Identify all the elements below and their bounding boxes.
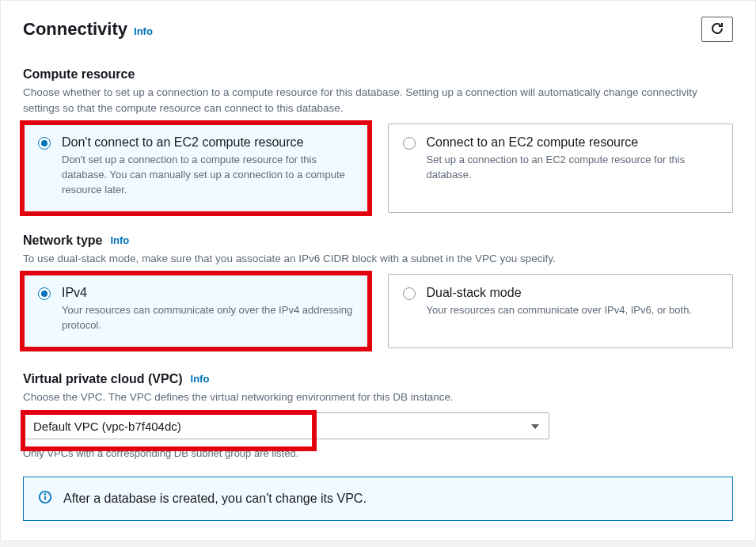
compute-opt2-sub: Set up a connection to an EC2 compute re…: [427, 153, 719, 183]
refresh-icon: [711, 22, 724, 37]
connectivity-info-link[interactable]: Info: [134, 25, 153, 37]
network-heading-wrap: Network type Info: [23, 234, 733, 248]
network-info-link[interactable]: Info: [110, 234, 129, 246]
network-section: Network type Info To use dual-stack mode…: [23, 234, 733, 348]
svg-point-2: [45, 494, 46, 495]
compute-opt1-sub: Don't set up a connection to a compute r…: [62, 153, 354, 198]
network-opt2-sub: Your resources can communicate over IPv4…: [427, 303, 693, 318]
info-icon: [38, 490, 52, 507]
vpc-heading-wrap: Virtual private cloud (VPC) Info: [23, 372, 733, 386]
vpc-desc: Choose the VPC. The VPC defines the virt…: [23, 389, 733, 405]
network-options: IPv4 Your resources can communicate only…: [23, 274, 733, 348]
tile-content: Connect to an EC2 compute resource Set u…: [427, 135, 719, 198]
vpc-heading: Virtual private cloud (VPC): [23, 372, 183, 386]
vpc-section: Virtual private cloud (VPC) Info Choose …: [23, 372, 733, 460]
compute-option-connect[interactable]: Connect to an EC2 compute resource Set u…: [388, 123, 734, 213]
network-opt1-label: IPv4: [62, 286, 354, 300]
compute-heading: Compute resource: [23, 67, 733, 82]
panel-title-wrap: Connectivity Info: [23, 19, 153, 40]
radio-icon: [403, 287, 416, 300]
network-opt2-label: Dual-stack mode: [427, 286, 693, 300]
compute-desc: Choose whether to set up a connection to…: [23, 85, 733, 116]
refresh-button[interactable]: [701, 17, 733, 42]
tile-content: IPv4 Your resources can communicate only…: [62, 286, 354, 333]
vpc-alert-text: After a database is created, you can't c…: [63, 492, 367, 506]
compute-section: Compute resource Choose whether to set u…: [23, 67, 733, 213]
chevron-down-icon: [531, 420, 539, 433]
vpc-select[interactable]: Default VPC (vpc-b7f404dc): [23, 412, 549, 439]
panel-title: Connectivity: [23, 19, 127, 40]
compute-opt1-label: Don't connect to an EC2 compute resource: [62, 135, 354, 150]
network-opt1-sub: Your resources can communicate only over…: [62, 303, 354, 333]
network-desc: To use dual-stack mode, make sure that y…: [23, 251, 733, 267]
compute-option-dont-connect[interactable]: Don't connect to an EC2 compute resource…: [23, 123, 369, 213]
vpc-selected-value: Default VPC (vpc-b7f404dc): [33, 420, 181, 433]
panel-body: Compute resource Choose whether to set u…: [1, 67, 755, 540]
vpc-info-link[interactable]: Info: [191, 373, 210, 385]
tile-content: Dual-stack mode Your resources can commu…: [427, 286, 693, 333]
radio-icon: [38, 287, 51, 300]
panel-header: Connectivity Info: [1, 1, 755, 56]
vpc-select-wrap: Default VPC (vpc-b7f404dc): [23, 412, 733, 439]
tile-content: Don't connect to an EC2 compute resource…: [62, 135, 354, 198]
compute-opt2-label: Connect to an EC2 compute resource: [427, 135, 719, 150]
network-option-dualstack[interactable]: Dual-stack mode Your resources can commu…: [388, 274, 734, 348]
radio-icon: [38, 137, 51, 150]
vpc-alert: After a database is created, you can't c…: [23, 477, 733, 521]
network-heading: Network type: [23, 234, 102, 248]
network-option-ipv4[interactable]: IPv4 Your resources can communicate only…: [23, 274, 369, 348]
connectivity-panel: Connectivity Info Compute resource Choos…: [0, 0, 756, 541]
vpc-hint: Only VPCs with a corresponding DB subnet…: [23, 447, 733, 459]
compute-options: Don't connect to an EC2 compute resource…: [23, 123, 733, 213]
radio-icon: [403, 137, 416, 150]
